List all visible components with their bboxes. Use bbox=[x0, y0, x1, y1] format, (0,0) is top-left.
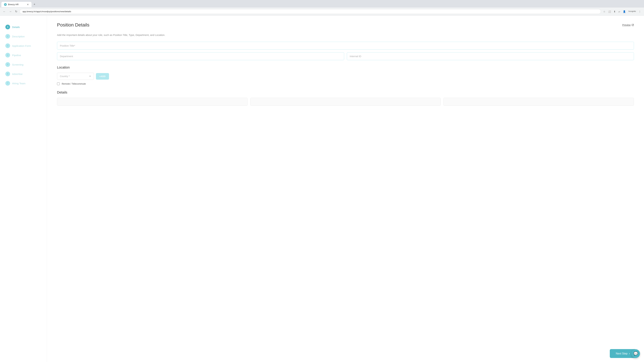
sidebar-item-advertise[interactable]: 6 Advertise bbox=[4, 69, 43, 79]
external-link-icon bbox=[632, 24, 634, 26]
details-field-3 bbox=[444, 98, 634, 106]
sidebar-toggle-button[interactable]: ▱ bbox=[617, 9, 621, 14]
sidebar-item-application-form[interactable]: 3 Application Form bbox=[4, 41, 43, 50]
chat-button[interactable]: 💬 bbox=[631, 349, 640, 358]
remote-label: Remote / Telecommute bbox=[62, 82, 86, 85]
country-placeholder: Country * bbox=[60, 75, 70, 78]
department-input[interactable] bbox=[57, 52, 344, 60]
details-field-1 bbox=[57, 98, 248, 106]
sidebar-item-hiring-team[interactable]: 7 Hiring Team bbox=[4, 79, 43, 88]
bookmark-button[interactable]: ☆ bbox=[602, 9, 606, 14]
next-step-label: Next Step bbox=[616, 352, 628, 355]
sidebar-item-pipeline[interactable]: 4 Pipeline bbox=[4, 50, 43, 60]
next-step-arrow-icon: › bbox=[629, 352, 630, 355]
details-section: Details bbox=[57, 90, 634, 106]
address-bar[interactable]: app.breezy.hr/app/c/moodjoy/positions/ne… bbox=[20, 9, 601, 14]
sidebar-item-label-application-form: Application Form bbox=[12, 44, 31, 47]
browser-tab[interactable]: B Breezy HR ✕ bbox=[1, 2, 32, 7]
sidebar-item-number-details: 1 bbox=[5, 25, 10, 29]
page-title: Position Details bbox=[57, 22, 90, 28]
tab-close-button[interactable]: ✕ bbox=[27, 3, 29, 6]
browser-toolbar-icons: ☆ ⬜ ⬇ ▱ 👤 Incognito ⋮ bbox=[602, 9, 642, 14]
browser-toolbar: ← → ↻ app.breezy.hr/app/c/moodjoy/positi… bbox=[0, 7, 644, 15]
sidebar-item-label-pipeline: Pipeline bbox=[12, 54, 21, 57]
country-select[interactable]: Country * ▼ bbox=[57, 73, 94, 80]
sidebar-item-number-screening: 5 bbox=[5, 62, 10, 67]
tab-title: Breezy HR bbox=[8, 3, 18, 6]
download-button[interactable]: ⬇ bbox=[613, 9, 617, 14]
address-text: app.breezy.hr/app/c/moodjoy/positions/ne… bbox=[22, 10, 71, 13]
remote-checkbox[interactable] bbox=[57, 82, 60, 85]
forward-button[interactable]: → bbox=[8, 9, 13, 14]
sidebar-item-number-application-form: 3 bbox=[5, 43, 10, 48]
preview-link[interactable]: Preview bbox=[622, 24, 634, 26]
internal-id-input[interactable] bbox=[347, 52, 634, 60]
main-content: Position Details Preview Add the importa… bbox=[47, 15, 644, 362]
position-title-input[interactable] bbox=[57, 42, 634, 50]
browser-tabs: B Breezy HR ✕ + bbox=[0, 0, 644, 7]
sidebar-item-number-pipeline: 4 bbox=[5, 53, 10, 57]
sidebar-item-details[interactable]: 1 Details bbox=[4, 22, 43, 32]
menu-button[interactable]: ⋮ bbox=[638, 9, 642, 14]
profile-button[interactable]: 👤 bbox=[622, 9, 627, 14]
sidebar-item-label-details: Details bbox=[12, 26, 20, 28]
sidebar-item-number-advertise: 6 bbox=[5, 71, 10, 76]
incognito-label: Incognito bbox=[628, 9, 637, 14]
sidebar: 1 Details 2 Description 3 Application Fo… bbox=[0, 15, 47, 362]
location-section-title: Location bbox=[57, 65, 634, 69]
add-location-button[interactable]: +ADD bbox=[96, 73, 109, 80]
location-section: Location Country * ▼ +ADD Remote / Telec… bbox=[57, 65, 634, 85]
details-section-title: Details bbox=[57, 90, 634, 94]
details-fields-row bbox=[57, 98, 634, 106]
preview-label: Preview bbox=[622, 24, 630, 26]
chevron-down-icon: ▼ bbox=[89, 75, 91, 77]
reload-button[interactable]: ↻ bbox=[14, 9, 18, 14]
tab-favicon: B bbox=[4, 3, 7, 6]
chat-icon: 💬 bbox=[634, 352, 638, 356]
app-container: 1 Details 2 Description 3 Application Fo… bbox=[0, 15, 644, 362]
extensions-button[interactable]: ⬜ bbox=[607, 9, 612, 14]
location-row: Country * ▼ +ADD bbox=[57, 73, 634, 80]
back-button[interactable]: ← bbox=[2, 9, 7, 14]
sidebar-item-description[interactable]: 2 Description bbox=[4, 32, 43, 41]
sidebar-item-label-hiring-team: Hiring Team bbox=[12, 82, 26, 85]
remote-checkbox-row: Remote / Telecommute bbox=[57, 82, 634, 85]
sidebar-item-label-screening: Screening bbox=[12, 63, 24, 66]
sidebar-item-label-advertise: Advertise bbox=[12, 72, 23, 75]
sidebar-item-screening[interactable]: 5 Screening bbox=[4, 60, 43, 69]
page-header: Position Details Preview bbox=[57, 22, 634, 28]
details-field-2 bbox=[250, 98, 441, 106]
browser-chrome: B Breezy HR ✕ + ← → ↻ app.breezy.hr/app/… bbox=[0, 0, 644, 15]
description-text: Add the important details about your rol… bbox=[57, 33, 634, 37]
sidebar-item-number-hiring-team: 7 bbox=[5, 81, 10, 86]
new-tab-button[interactable]: + bbox=[32, 1, 38, 7]
department-internal-id-row bbox=[57, 52, 634, 60]
sidebar-item-label-description: Description bbox=[12, 35, 25, 38]
sidebar-item-number-description: 2 bbox=[5, 34, 10, 39]
